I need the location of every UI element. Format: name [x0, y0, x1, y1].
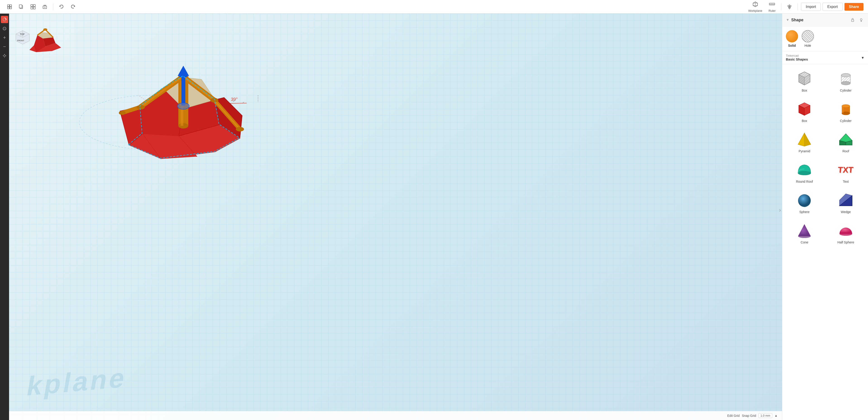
- svg-point-86: [43, 28, 47, 31]
- shapes-grid: Box Cylinder: [782, 64, 868, 250]
- hole-circle: [802, 30, 814, 43]
- svg-rect-10: [43, 6, 46, 9]
- shape-label-text: Text: [843, 180, 849, 184]
- separator-2: [781, 3, 781, 10]
- library-section: Tinkercad Basic Shapes ▼: [782, 51, 868, 64]
- shape-item-roof[interactable]: Roof: [826, 127, 866, 157]
- shape-item-box-red[interactable]: Box: [784, 96, 825, 126]
- svg-rect-2: [7, 7, 9, 9]
- shape-item-cylinder-grey[interactable]: Cylinder: [826, 66, 866, 96]
- svg-text:TXT: TXT: [838, 165, 854, 175]
- export-button[interactable]: Export: [823, 3, 842, 11]
- shape-item-box-grey[interactable]: Box: [784, 66, 825, 96]
- svg-point-31: [3, 28, 6, 29]
- shape-label-wedge: Wedge: [841, 210, 851, 214]
- shape-preview-wedge: [837, 191, 855, 209]
- shape-label-half-sphere: Half Sphere: [837, 241, 854, 244]
- redo-button[interactable]: [68, 2, 78, 12]
- status-bar: Edit Grid Snap Grid 1.0 mm ▲: [9, 411, 782, 420]
- svg-point-30: [3, 27, 6, 30]
- group-button[interactable]: [28, 2, 38, 12]
- snap-grid-label: Snap Grid: [742, 414, 756, 418]
- svg-point-77: [178, 103, 189, 109]
- shape-item-pyramid[interactable]: Pyramid: [784, 127, 825, 157]
- shape-label-sphere: Sphere: [799, 210, 810, 214]
- svg-rect-5: [19, 5, 22, 8]
- mini-thumbnail: [16, 20, 75, 57]
- shape-preview-box-grey: [795, 69, 813, 88]
- panel-title: Shape: [791, 18, 804, 23]
- snap-value[interactable]: 1.0 mm: [758, 413, 772, 418]
- import-button[interactable]: Import: [801, 3, 821, 11]
- svg-point-72: [210, 98, 218, 103]
- svg-rect-1: [10, 5, 11, 6]
- lightbulb-icon-btn[interactable]: [858, 17, 864, 23]
- shape-item-text[interactable]: TXT TXT Text: [826, 157, 866, 187]
- svg-rect-9: [33, 7, 35, 9]
- svg-text:39°: 39°: [231, 97, 238, 102]
- shape-label-box-red: Box: [802, 119, 807, 122]
- panel-header-icons: [849, 17, 864, 23]
- canvas-area[interactable]: kplane TOP FRONT 39°: [9, 13, 782, 420]
- shape-panel-header: ▼ Shape: [782, 13, 868, 27]
- shape-preview-cylinder-grey: [837, 69, 855, 88]
- fit-view-btn[interactable]: [1, 52, 8, 59]
- separator-1: [53, 3, 53, 10]
- shape-item-wedge[interactable]: Wedge: [826, 188, 866, 217]
- svg-rect-7: [33, 4, 35, 6]
- shape-label-cone: Cone: [801, 241, 808, 244]
- solid-circle: [786, 30, 798, 43]
- svg-point-123: [798, 234, 811, 238]
- delete-button[interactable]: [40, 2, 50, 12]
- 3d-model[interactable]: 39°: [43, 25, 292, 195]
- svg-rect-0: [7, 5, 9, 6]
- orbit-btn[interactable]: [1, 25, 8, 32]
- copy-button[interactable]: [16, 2, 26, 12]
- solid-label: Solid: [788, 44, 796, 47]
- shape-item-round-roof[interactable]: Round Roof: [784, 157, 825, 187]
- toolbar: Workplane Ruler Import Export Share: [0, 0, 868, 13]
- right-panel: ▼ Shape Solid Hole Tinkercad Basic Shape…: [782, 13, 868, 420]
- shape-item-cone[interactable]: Cone: [784, 218, 825, 248]
- hole-btn[interactable]: Hole: [802, 30, 814, 47]
- undo-button[interactable]: [56, 2, 66, 12]
- shape-preview-roof: [837, 130, 855, 148]
- edit-grid-label[interactable]: Edit Grid: [727, 414, 739, 418]
- rotate-btn[interactable]: [1, 16, 8, 23]
- left-navigation: + −: [0, 13, 9, 420]
- align-button[interactable]: [784, 2, 795, 12]
- library-dropdown[interactable]: ▼: [861, 56, 864, 60]
- library-brand: Tinkercad: [786, 54, 808, 57]
- hole-label: Hole: [805, 44, 811, 47]
- snap-arrow-up[interactable]: ▲: [775, 414, 777, 417]
- svg-point-118: [798, 194, 811, 207]
- separator-3: [798, 3, 798, 10]
- workplane-option[interactable]: Workplane: [746, 0, 765, 13]
- lock-icon-btn[interactable]: [849, 17, 856, 23]
- ruler-option[interactable]: Ruler: [766, 0, 778, 13]
- panel-collapse-icon[interactable]: ▼: [786, 18, 789, 22]
- ruler-icon: [769, 1, 775, 9]
- svg-point-124: [839, 232, 852, 236]
- shape-label-cylinder-grey: Cylinder: [840, 89, 851, 92]
- shape-preview-round-roof: [795, 161, 813, 179]
- svg-point-99: [841, 74, 850, 77]
- zoom-in-btn[interactable]: +: [1, 34, 8, 41]
- solid-hole-section: Solid Hole: [782, 27, 868, 51]
- snap-grid-section: Edit Grid Snap Grid 1.0 mm ▲: [727, 413, 777, 418]
- shape-preview-half-sphere: [837, 221, 855, 240]
- shape-item-cylinder-orange[interactable]: Cylinder: [826, 96, 866, 126]
- zoom-out-btn[interactable]: −: [1, 43, 8, 50]
- svg-marker-109: [804, 133, 811, 146]
- share-button[interactable]: Share: [844, 3, 864, 11]
- svg-point-74: [119, 111, 126, 115]
- panel-collapse-arrow[interactable]: ›: [779, 207, 781, 213]
- shape-label-box-grey: Box: [802, 89, 807, 92]
- library-name: Basic Shapes: [786, 57, 808, 61]
- new-design-button[interactable]: [4, 2, 14, 12]
- shape-item-half-sphere[interactable]: Half Sphere: [826, 218, 866, 248]
- svg-point-115: [798, 171, 811, 175]
- solid-btn[interactable]: Solid: [786, 30, 798, 47]
- shape-item-sphere[interactable]: Sphere: [784, 188, 825, 217]
- shape-label-cylinder-orange: Cylinder: [840, 119, 851, 122]
